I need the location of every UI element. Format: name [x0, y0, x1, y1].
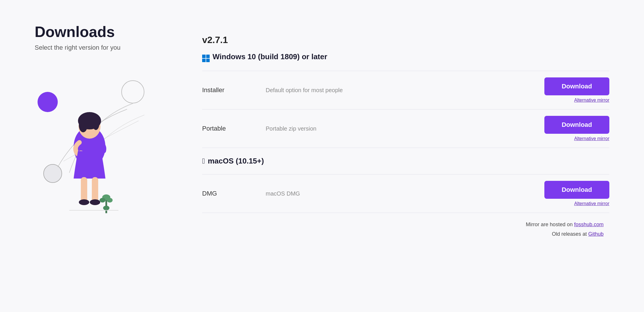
windows-platform-heading: Windows 10 (build 1809) or later [202, 51, 609, 62]
portable-description: Portable zip version [266, 125, 527, 132]
footer-info: Mirror are hosted on fosshub.com Old rel… [202, 222, 609, 237]
dmg-row: DMG macOS DMG Download Alternative mirro… [202, 174, 609, 213]
windows-platform-section: Windows 10 (build 1809) or later Install… [202, 51, 609, 148]
fosshub-link[interactable]: fosshub.com [574, 222, 604, 227]
dmg-download-button[interactable]: Download [544, 181, 609, 199]
macos-heading-text: macOS (10.15+) [208, 157, 264, 166]
portable-row: Portable Portable zip version Download A… [202, 109, 609, 148]
github-link[interactable]: Github [588, 231, 604, 237]
old-releases-text: Old releases at Github [202, 231, 604, 237]
windows-icon [202, 51, 210, 62]
apple-icon:  [202, 157, 205, 166]
installer-alt-mirror-link[interactable]: Alternative mirror [574, 98, 609, 103]
windows-heading-text: Windows 10 (build 1809) or later [213, 52, 327, 61]
svg-point-4 [79, 118, 88, 132]
portable-download-wrapper: Download Alternative mirror [544, 116, 609, 141]
page-title: Downloads [35, 23, 185, 40]
svg-rect-7 [81, 177, 87, 203]
illustration [35, 75, 156, 219]
installer-download-button[interactable]: Download [544, 77, 609, 95]
svg-point-16 [103, 206, 109, 210]
installer-row: Installer Default option for most people… [202, 71, 609, 109]
installer-description: Default option for most people [266, 87, 527, 94]
right-section: v2.7.1 Windows 10 (build 1809) or later … [202, 23, 609, 237]
svg-point-10 [90, 199, 100, 205]
portable-download-button[interactable]: Download [544, 116, 609, 134]
macos-platform-heading:  macOS (10.15+) [202, 157, 609, 166]
person-illustration [52, 98, 127, 219]
svg-point-5 [92, 117, 99, 130]
svg-point-9 [79, 199, 89, 205]
svg-rect-8 [92, 177, 98, 203]
svg-point-14 [107, 198, 113, 203]
macos-platform-section:  macOS (10.15+) DMG macOS DMG Download … [202, 157, 609, 213]
dmg-description: macOS DMG [266, 190, 527, 197]
dmg-download-wrapper: Download Alternative mirror [544, 181, 609, 206]
svg-point-13 [100, 198, 105, 203]
portable-alt-mirror-link[interactable]: Alternative mirror [574, 136, 609, 141]
page-subtitle: Select the right version for you [35, 44, 185, 51]
installer-type: Installer [202, 86, 248, 94]
left-section: Downloads Select the right version for y… [35, 23, 185, 237]
dmg-type: DMG [202, 190, 248, 197]
version-label: v2.7.1 [202, 35, 609, 45]
mirror-hosted-text: Mirror are hosted on fosshub.com [202, 222, 604, 228]
portable-type: Portable [202, 125, 248, 132]
dmg-alt-mirror-link[interactable]: Alternative mirror [574, 201, 609, 206]
installer-download-wrapper: Download Alternative mirror [544, 77, 609, 103]
